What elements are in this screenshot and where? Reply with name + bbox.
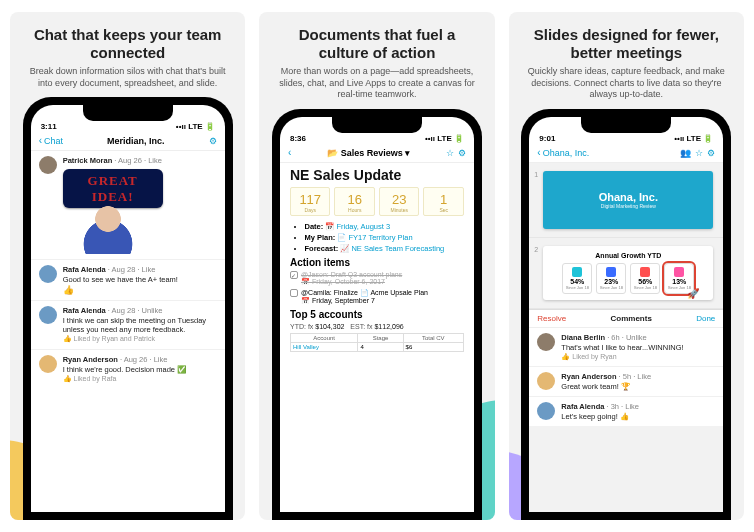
comments-tab: Comments — [611, 314, 652, 323]
thumbs-up-icon[interactable]: 👍 — [63, 285, 178, 296]
date-link[interactable]: 📅 Friday, August 3 — [325, 222, 390, 231]
phone-mockup: 8:36 ••ıı LTE 🔋 ‹ 📂 Sales Reviews ▾ ☆ ⚙︎… — [272, 109, 482, 520]
status-time: 8:36 — [290, 134, 306, 143]
panel-subtitle: More than words on a page—add spreadshee… — [273, 66, 480, 101]
panel-subtitle: Break down information silos with chat t… — [24, 66, 231, 89]
doc-link[interactable]: 📄 FY17 Territory Plan — [337, 233, 412, 242]
avatar[interactable] — [537, 402, 555, 420]
checkbox-icon[interactable]: ✓ — [290, 271, 298, 279]
navbar-title: Meridian, Inc. — [107, 136, 165, 146]
chevron-left-icon: ‹ — [288, 147, 291, 158]
gear-icon[interactable]: ⚙︎ — [707, 148, 715, 158]
status-time: 9:01 — [539, 134, 555, 143]
panel-subtitle: Quickly share ideas, capture feedback, a… — [523, 66, 730, 101]
done-button[interactable]: Done — [696, 314, 715, 323]
comment-text: Great work team! 🏆 — [561, 382, 651, 391]
liked-by: 👍 Liked by Ryan and Patrick — [63, 335, 217, 343]
doc-link[interactable]: 📈 NE Sales Team Forecasting — [340, 244, 444, 253]
gear-icon[interactable]: ⚙︎ — [209, 136, 217, 146]
promo-panel-chat: Chat that keeps your team connected Brea… — [10, 12, 245, 520]
promo-panel-slides: Slides designed for fewer, better meetin… — [509, 12, 744, 520]
slide-number: 1 — [529, 163, 543, 237]
comment-text: Let's keep going! 👍 — [561, 412, 639, 421]
action-item[interactable]: ✓ @Jason: Draft Q3 account plans📅 Friday… — [290, 271, 464, 286]
status-time: 3:11 — [41, 122, 57, 131]
panel-title: Documents that fuel a culture of action — [273, 26, 480, 62]
message-text: I think we're good. Decision made ✅ — [63, 365, 186, 374]
slide-thumbnail[interactable]: Annual Growth YTD 54%Since Jun 18 23%Sin… — [543, 246, 713, 300]
comment-text: That's what I like to hear...WINNING! — [561, 343, 683, 352]
document-title: NE Sales Update — [290, 167, 464, 183]
panel-title: Chat that keeps your team connected — [24, 26, 231, 62]
people-icon[interactable]: 👥 — [680, 148, 691, 158]
star-icon[interactable]: ☆ — [695, 148, 703, 158]
avatar[interactable] — [39, 306, 57, 324]
back-button[interactable]: ‹ Chat — [39, 135, 63, 146]
panel-title: Slides designed for fewer, better meetin… — [523, 26, 730, 62]
accounts-table: Account Stage Total CV Hill Valley 4 $6 — [290, 333, 464, 352]
avatar[interactable] — [39, 265, 57, 283]
slide-number: 2 — [529, 238, 543, 308]
avatar[interactable] — [537, 333, 555, 351]
action-item[interactable]: @Camila: Finalize 📄 Acme Upsale Plan📅 Fr… — [290, 289, 464, 305]
gear-icon[interactable]: ⚙︎ — [458, 148, 466, 158]
breadcrumb[interactable]: 📂 Sales Reviews ▾ — [327, 148, 410, 158]
countdown-widget: 117Days 16Hours 23Minutes 1Sec — [290, 187, 464, 216]
table-row[interactable]: Hill Valley 4 $6 — [290, 343, 463, 352]
chat-thread: Patrick Moran · Aug 26 · Like GREAT IDEA… — [31, 151, 225, 512]
rocket-icon: 🚀 — [687, 288, 699, 299]
chevron-left-icon: ‹ — [537, 147, 540, 158]
liked-by: 👍 Liked by Rafa — [63, 375, 186, 383]
resolve-button[interactable]: Resolve — [537, 314, 566, 323]
star-icon[interactable]: ☆ — [446, 148, 454, 158]
avatar[interactable] — [39, 355, 57, 373]
promo-panel-docs: Documents that fuel a culture of action … — [259, 12, 494, 520]
back-label: Chat — [44, 136, 63, 146]
bitmoji-image — [63, 204, 153, 254]
section-header: Action items — [290, 257, 464, 268]
phone-mockup: 3:11 ••ıı LTE🔋 ‹ Chat Meridian, Inc. ⚙︎ … — [23, 97, 233, 520]
section-header: Top 5 accounts — [290, 309, 464, 320]
slide-thumbnail[interactable]: Ohana, Inc. Digital Marketing Review — [543, 171, 713, 229]
back-button[interactable]: ‹ — [288, 147, 291, 158]
liked-by: 👍 Liked by Ryan — [561, 353, 683, 361]
chevron-left-icon: ‹ — [39, 135, 42, 146]
back-button[interactable]: ‹ Ohana, Inc. — [537, 147, 589, 158]
phone-mockup: 9:01 ••ıı LTE 🔋 ‹ Ohana, Inc. 👥 ☆ ⚙︎ 1 — [521, 109, 731, 520]
ytd-row: YTD: fx $104,302 EST: fx $112,096 — [290, 323, 464, 330]
avatar[interactable] — [537, 372, 555, 390]
great-idea-graphic: GREAT IDEA! — [63, 169, 163, 207]
checkbox-icon[interactable] — [290, 289, 298, 297]
message-text: Good to see we have the A+ team! — [63, 275, 178, 284]
message-text: I think we can skip the meeting on Tuesd… — [63, 316, 217, 334]
avatar[interactable] — [39, 156, 57, 174]
